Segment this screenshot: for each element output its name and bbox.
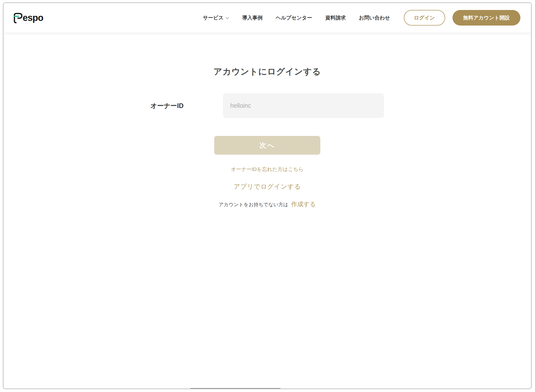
header-actions: ログイン 無料アカウント開設	[404, 10, 520, 26]
browser-page: espo サービス 導入事例 ヘルプセンター 資料請求 お問い合わせ	[3, 2, 532, 389]
nav-item-service[interactable]: サービス	[203, 14, 229, 21]
owner-id-label: オーナーID	[150, 101, 184, 110]
free-signup-button[interactable]: 無料アカウント開設	[452, 10, 520, 26]
nav-item-case-studies[interactable]: 導入事例	[242, 14, 263, 21]
forgot-owner-id-link[interactable]: オーナーIDを忘れた方はこちら	[231, 166, 304, 173]
no-account-row: アカウントをお持ちでない方は作成する	[3, 200, 531, 208]
respo-logo[interactable]: espo	[12, 12, 43, 24]
main-nav: サービス 導入事例 ヘルプセンター 資料請求 お問い合わせ	[203, 14, 390, 21]
owner-id-input[interactable]	[223, 93, 384, 118]
create-account-link[interactable]: 作成する	[291, 201, 316, 207]
page-title: アカウントにログインする	[3, 33, 531, 77]
screenshot-artifact	[190, 388, 280, 389]
nav-item-help-center[interactable]: ヘルプセンター	[276, 14, 312, 21]
login-content: アカウントにログインする オーナーID 次へ オーナーIDを忘れた方はこちら ア…	[3, 33, 531, 208]
nav-item-label: ヘルプセンター	[276, 14, 312, 21]
nav-item-label: サービス	[203, 14, 223, 21]
next-button[interactable]: 次へ	[214, 136, 320, 155]
login-button[interactable]: ログイン	[404, 10, 445, 26]
owner-id-form-row: オーナーID	[150, 93, 384, 118]
logo-wordmark: espo	[23, 13, 43, 22]
app-login-link[interactable]: アプリでログインする	[3, 182, 531, 191]
nav-item-contact[interactable]: お問い合わせ	[359, 14, 390, 21]
respo-logo-icon	[12, 12, 23, 24]
site-header: espo サービス 導入事例 ヘルプセンター 資料請求 お問い合わせ	[3, 3, 531, 33]
nav-item-document-request[interactable]: 資料請求	[325, 14, 346, 21]
nav-item-label: 導入事例	[242, 14, 263, 21]
chevron-down-icon	[226, 17, 229, 19]
no-account-text: アカウントをお持ちでない方は	[219, 202, 288, 207]
nav-item-label: 資料請求	[325, 14, 346, 21]
nav-item-label: お問い合わせ	[359, 14, 390, 21]
